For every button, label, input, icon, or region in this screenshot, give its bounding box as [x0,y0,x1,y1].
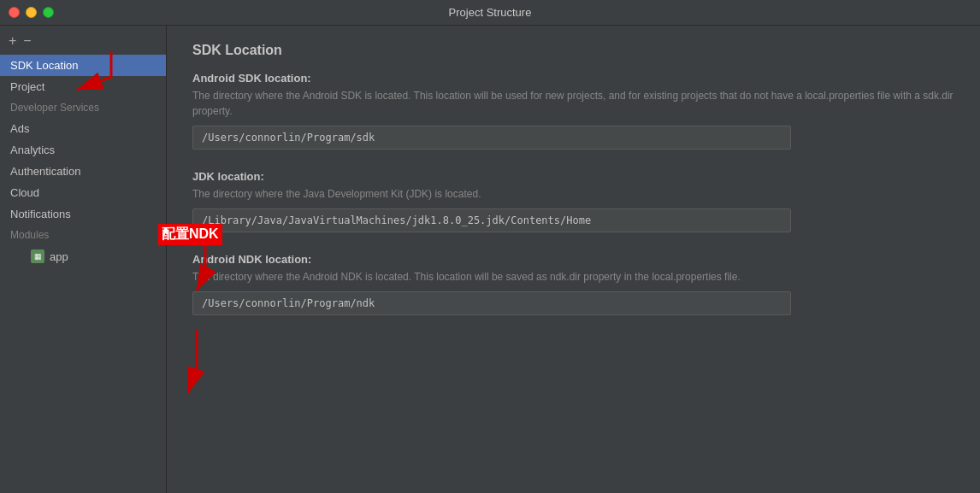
traffic-lights [9,7,54,18]
add-button[interactable]: + [9,34,16,48]
sidebar-item-label: Ads [10,122,29,135]
android-ndk-description: The directory where the Android NDK is l… [192,269,954,285]
sidebar-item-app[interactable]: ▦ app [0,245,166,267]
sidebar-section-developer-services: Developer Services [0,97,166,118]
sidebar-item-label: app [50,250,68,263]
app-icon: ▦ [31,249,44,263]
sidebar-item-sdk-location[interactable]: SDK Location [0,55,166,76]
sidebar-item-label: SDK Location [10,59,79,72]
android-sdk-heading: Android SDK location: [192,72,954,85]
sidebar-item-cloud[interactable]: Cloud [0,182,166,203]
main-layout: + − SDK Location Project Developer Servi… [0,26,980,493]
sidebar-section-modules: Modules [0,225,166,245]
jdk-description: The directory where the Java Development… [192,186,954,202]
sidebar: + − SDK Location Project Developer Servi… [0,26,167,493]
jdk-heading: JDK location: [192,170,954,183]
remove-button[interactable]: − [23,34,31,48]
content-area: SDK Location Android SDK location: The d… [167,26,980,493]
window-title: Project Structure [449,6,532,19]
android-sdk-description: The directory where the Android SDK is l… [192,88,954,119]
android-ndk-section: Android NDK location: The directory wher… [192,253,954,315]
jdk-section: JDK location: The directory where the Ja… [192,170,954,232]
android-ndk-heading: Android NDK location: [192,253,954,266]
android-ndk-path-input[interactable] [192,291,791,315]
android-sdk-path-input[interactable] [192,126,791,150]
sidebar-item-label: Cloud [10,186,39,199]
maximize-button[interactable] [43,7,54,18]
sidebar-item-analytics[interactable]: Analytics [0,139,166,161]
titlebar: Project Structure [0,0,980,26]
sidebar-item-label: Notifications [10,208,71,220]
android-sdk-section: Android SDK location: The directory wher… [192,72,954,150]
sidebar-toolbar: + − [0,31,166,55]
sidebar-item-label: Authentication [10,165,80,178]
sidebar-item-authentication[interactable]: Authentication [0,161,166,182]
close-button[interactable] [9,7,20,18]
sidebar-item-ads[interactable]: Ads [0,118,166,139]
jdk-path-input[interactable] [192,208,791,232]
sidebar-item-label: Analytics [10,144,55,156]
page-title: SDK Location [192,43,954,58]
sidebar-item-label: Project [10,80,44,93]
minimize-button[interactable] [26,7,37,18]
sidebar-item-project[interactable]: Project [0,76,166,97]
sidebar-item-notifications[interactable]: Notifications [0,203,166,225]
